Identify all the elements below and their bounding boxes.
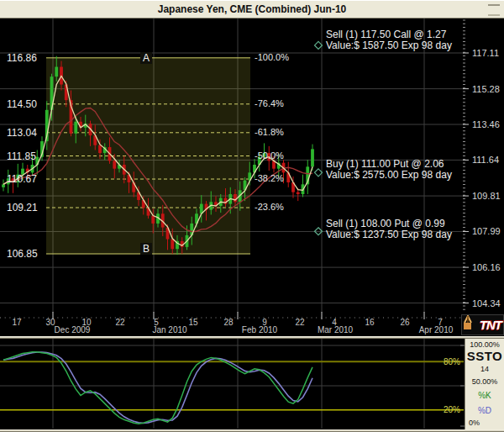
fib-percent-label: -38.2% (255, 173, 284, 183)
month-label: Apr 2010 (419, 325, 454, 335)
right-axis-label: 115.28 (472, 84, 500, 94)
month-label: Mar 2010 (318, 325, 353, 335)
annotation-buy-put: Buy (1) 111.00 Put @ 2.06 Value:$ 2575.0… (326, 159, 452, 181)
candle-body (297, 192, 300, 194)
ssto-d-label: %D (465, 406, 504, 415)
ssto-legend-panel: 100.00% SSTO 14 50.00% %K %D 0% (465, 339, 504, 429)
right-axis-label: 109.81 (472, 191, 501, 201)
fib-percent-label: -100.0% (255, 52, 289, 62)
tnt-logo: TNT (461, 314, 504, 335)
fib-price-label: 110.67 (7, 173, 37, 185)
d-line (3, 352, 312, 423)
tnt-logo-text: TNT (480, 318, 501, 332)
fib-price-label: 113.04 (7, 127, 37, 139)
annotation-line: Value:$ 2575.00 Exp 98 day (326, 170, 452, 181)
fib-price-label: 106.85 (7, 248, 38, 260)
day-label: 28 (223, 318, 233, 327)
candle-body (311, 149, 314, 166)
candle-body (151, 216, 155, 224)
candle-body (171, 240, 174, 250)
candle-body (234, 194, 237, 202)
fib-price-label: 114.50 (7, 98, 37, 110)
ssto-20-label: 20% (435, 405, 460, 414)
sell-call-marker[interactable] (315, 41, 323, 49)
day-label: 17 (12, 318, 21, 327)
candle-body (2, 184, 5, 187)
right-axis-label: 104.34 (472, 298, 501, 308)
annotation-sell-put: Sell (1) 108.00 Put @ 0.99 Value:$ 1237.… (326, 219, 452, 240)
pane-splitter[interactable] (0, 336, 504, 339)
fib-price-label: 116.86 (7, 52, 37, 64)
right-axis-label: 111.64 (472, 155, 499, 165)
month-label: Dec 2009 (55, 325, 91, 335)
month-label: Feb 2010 (242, 325, 277, 335)
fib-price-label: 111.85 (7, 150, 36, 162)
tnt-logo-graphic (462, 315, 474, 330)
point-b-label[interactable]: B (140, 243, 152, 255)
buy-put-marker[interactable] (315, 169, 323, 176)
annotation-line: Value:$ 1237.50 Exp 98 day (326, 229, 452, 240)
day-label: 15 (188, 318, 197, 327)
month-label: Jan 2010 (152, 325, 186, 335)
right-axis-label: 106.16 (472, 262, 501, 272)
ssto-scale-50: 50.00% (465, 377, 504, 386)
fib-percent-label: -23.6% (255, 202, 284, 212)
ssto-k-label: %K (465, 391, 504, 400)
day-label: 22 (115, 318, 124, 327)
ssto-scale-100: 100.00% (465, 340, 504, 349)
fib-percent-label: -50.0% (255, 150, 284, 161)
day-label: 22 (295, 318, 304, 327)
ssto-80-label: 80% (435, 357, 460, 366)
day-label: 16 (365, 318, 374, 327)
right-axis-label: 117.11 (472, 48, 499, 58)
candle-body (55, 67, 58, 77)
ssto-period: 14 (465, 365, 504, 373)
point-a-label[interactable]: A (140, 52, 152, 64)
day-label: 26 (400, 318, 409, 327)
right-axis-label: 113.46 (472, 119, 500, 129)
fib-price-label: 109.21 (7, 202, 38, 213)
annotation-sell-call: Sell (1) 117.50 Call @ 1.27 Value:$ 1587… (326, 29, 452, 51)
trading-app-window: Japanese Yen, CME (Combined) Jun-10 117.… (0, 0, 504, 432)
ssto-scale-0: 0% (465, 419, 504, 427)
chart-canvas[interactable] (0, 0, 504, 432)
candle-body (74, 122, 77, 134)
k-line (3, 352, 312, 424)
right-axis-label: 107.99 (472, 226, 501, 236)
ssto-indicator-name[interactable]: SSTO (465, 349, 504, 363)
fib-percent-label: -61.8% (255, 127, 284, 137)
candle-body (98, 145, 102, 153)
fib-percent-label: -76.4% (255, 98, 284, 108)
candle-body (113, 161, 116, 168)
annotation-line: Value:$ 1587.50 Exp 98 day (326, 40, 452, 51)
